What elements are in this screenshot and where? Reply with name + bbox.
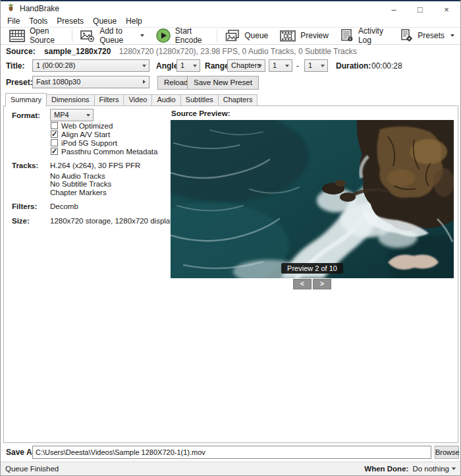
presets-button[interactable]: Presets xyxy=(394,27,460,44)
preview-nav: < > xyxy=(171,279,454,289)
menu-queue[interactable]: Queue xyxy=(88,16,121,26)
checkbox-label: Web Optimized xyxy=(61,122,113,130)
activity-log-label: Activity Log xyxy=(358,26,388,45)
preset-label: Preset: xyxy=(6,78,33,87)
tab-dimensions[interactable]: Dimensions xyxy=(47,94,94,106)
range-from-value: 1 xyxy=(273,61,277,69)
minimize-button[interactable]: – xyxy=(381,3,407,16)
size-value: 1280x720 storage, 1280x720 display xyxy=(50,217,174,225)
add-to-queue-button[interactable]: Add to Queue xyxy=(74,27,150,44)
handbrake-logo-icon xyxy=(6,3,16,15)
chevron-down-icon xyxy=(193,65,197,67)
source-details: 1280x720 (1280x720), 23.98 FPS, 0 Audio … xyxy=(119,47,357,56)
passthru-metadata-checkbox[interactable]: Passthru Common Metadata xyxy=(51,147,157,156)
title-row: Title: 1 (00:00:28) Angle: 1 Range: Chap… xyxy=(1,59,460,74)
activity-log-button[interactable]: Activity Log xyxy=(335,27,394,44)
add-to-queue-dropdown-icon[interactable] xyxy=(140,34,144,37)
menu-presets[interactable]: Presets xyxy=(52,16,88,26)
menu-file[interactable]: File xyxy=(3,16,24,26)
preview-count-badge: Preview 2 of 10 xyxy=(281,263,343,274)
tab-filters[interactable]: Filters xyxy=(95,94,124,106)
clapperboard-icon xyxy=(9,30,25,42)
toolbar: Open Source Add to Queue Start Encode xyxy=(1,27,460,45)
format-select[interactable]: MP4 xyxy=(50,109,94,121)
range-to-value: 1 xyxy=(308,61,312,69)
align-av-start-checkbox[interactable]: Align A/V Start xyxy=(51,130,110,138)
start-encode-button[interactable]: Start Encode xyxy=(150,27,215,44)
chevron-down-icon xyxy=(321,65,325,67)
checkbox-box[interactable] xyxy=(51,148,58,155)
save-new-preset-button[interactable]: Save New Preset xyxy=(187,76,259,90)
presets-toolbar-label: Presets xyxy=(418,31,445,40)
checkbox-box[interactable] xyxy=(51,131,58,138)
log-file-icon xyxy=(340,29,354,42)
checkbox-label: Passthru Common Metadata xyxy=(61,148,157,156)
film-frame-icon xyxy=(280,30,296,42)
chevron-down-icon xyxy=(142,65,146,67)
preset-select-value: Fast 1080p30 xyxy=(36,78,80,86)
when-done-select-value[interactable]: Do nothing xyxy=(412,465,449,473)
open-source-label: Open Source xyxy=(30,26,64,45)
format-label: Format: xyxy=(12,111,40,119)
checkbox-label: Align A/V Start xyxy=(61,131,110,138)
open-source-button[interactable]: Open Source xyxy=(3,27,70,44)
title-select-value: 1 (00:00:28) xyxy=(36,61,75,69)
checkbox-box[interactable] xyxy=(51,139,58,146)
menubar: File Tools Presets Queue Help xyxy=(1,15,460,28)
tab-summary[interactable]: Summary xyxy=(5,93,47,107)
angle-select[interactable]: 1 xyxy=(176,59,200,72)
when-done-label: When Done: xyxy=(364,465,408,473)
source-row: Source: sample_1280x720 1280x720 (1280x7… xyxy=(6,45,455,58)
title-select[interactable]: 1 (00:00:28) xyxy=(32,59,149,72)
queue-label: Queue xyxy=(244,31,268,40)
status-bar: Queue Finished When Done: Do nothing xyxy=(1,461,460,475)
tab-video[interactable]: Video xyxy=(124,94,152,106)
chevron-right-icon xyxy=(143,80,146,84)
ipod-5g-support-checkbox[interactable]: iPod 5G Support xyxy=(51,138,117,147)
range-to-select[interactable]: 1 xyxy=(304,59,328,72)
play-circle-icon xyxy=(156,28,171,43)
tab-subtitles[interactable]: Subtitles xyxy=(181,94,219,106)
chevron-down-icon xyxy=(86,114,90,117)
save-as-input[interactable] xyxy=(32,446,431,459)
range-type-select[interactable]: Chapters xyxy=(227,59,265,72)
web-optimized-checkbox[interactable]: Web Optimized xyxy=(51,121,113,130)
add-to-queue-label: Add to Queue xyxy=(99,26,134,45)
summary-panel: Format: MP4 Web Optimized Align A/V Star… xyxy=(3,105,458,443)
menu-tools[interactable]: Tools xyxy=(24,16,52,26)
preview-next-button[interactable]: > xyxy=(313,279,331,289)
maximize-button[interactable]: □ xyxy=(407,3,433,16)
size-label: Size: xyxy=(12,217,30,225)
preset-select[interactable]: Fast 1080p30 xyxy=(32,76,149,88)
source-preview-image: Preview 2 of 10 xyxy=(171,120,454,278)
filters-label: Filters: xyxy=(12,202,37,210)
chevron-down-icon xyxy=(258,65,262,67)
tab-audio[interactable]: Audio xyxy=(152,94,180,106)
range-type-value: Chapters xyxy=(231,61,261,69)
queue-button[interactable]: Queue xyxy=(219,27,274,44)
close-button[interactable]: × xyxy=(433,3,460,16)
tracks-line-audio: No Audio Tracks xyxy=(50,172,105,180)
tab-strip: Summary Dimensions Filters Video Audio S… xyxy=(5,94,258,106)
toolbar-separator xyxy=(72,29,72,42)
chevron-down-icon[interactable] xyxy=(452,467,456,470)
checkbox-box[interactable] xyxy=(51,122,58,129)
range-from-select[interactable]: 1 xyxy=(269,59,292,72)
tab-chapters[interactable]: Chapters xyxy=(219,94,258,106)
preset-gear-icon xyxy=(400,29,413,42)
presets-dropdown-icon[interactable] xyxy=(450,34,454,37)
checkbox-label: iPod 5G Support xyxy=(61,139,117,147)
range-separator: - xyxy=(296,61,299,71)
tracks-line-subtitle: No Subtitle Tracks xyxy=(50,180,111,188)
tracks-line-video: H.264 (x264), 30 FPS PFR xyxy=(50,162,140,169)
preview-button[interactable]: Preview xyxy=(274,27,335,44)
source-preview-label: Source Preview: xyxy=(171,109,230,117)
angle-select-value: 1 xyxy=(180,61,184,69)
filters-value: Decomb xyxy=(50,202,78,210)
preview-prev-button[interactable]: < xyxy=(293,279,312,289)
menu-help[interactable]: Help xyxy=(121,16,147,26)
add-image-icon xyxy=(80,30,95,42)
source-label: Source: xyxy=(6,47,36,56)
chevron-down-icon xyxy=(285,65,289,67)
browse-button[interactable]: Browse xyxy=(435,446,459,459)
